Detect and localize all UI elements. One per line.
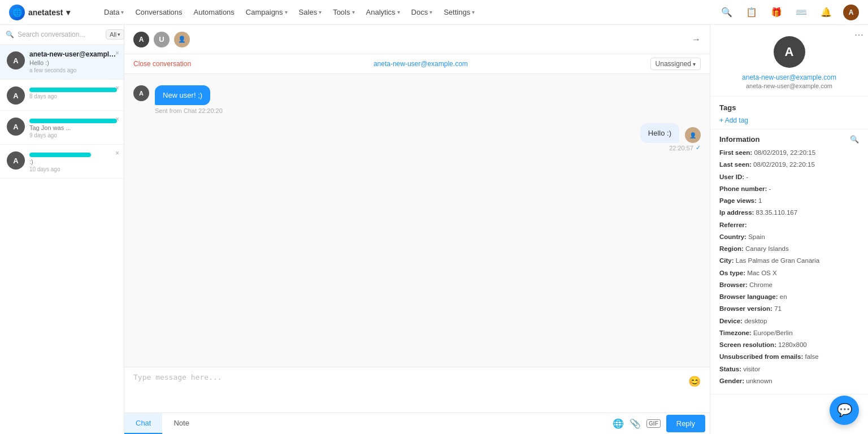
tags-title: Tags [710,97,868,114]
nav-actions: 🔍 📋 🎁 ⌨️ 🔔 A [719,5,859,20]
avatar: A [7,51,25,70]
sidebar-search-bar: 🔍 All ▾ [0,25,124,45]
message-input[interactable] [133,373,684,407]
message-bubble: New user! ;) [155,85,210,105]
info-attribute-row: Unsubscribed from emails: false [719,352,859,362]
conversation-email: aneta-new-user@example.com [374,60,468,68]
contact-sub-email: aneta-new-user@example.com [746,83,832,89]
close-icon[interactable]: × [115,49,119,57]
contact-header: A aneta-new-user@example.com aneta-new-u… [710,25,868,97]
chat-header-avatars: A U 👤 [133,32,190,47]
nav-sales[interactable]: Sales ▾ [299,8,322,16]
search-icon: 🔍 [6,31,14,38]
conv-time: 8 days ago [29,93,117,99]
conversation-item[interactable]: A 8 days ago × [0,80,124,111]
chat-header: A U 👤 → [124,25,710,54]
info-attribute-row: First seen: 08/02/2019, 22:20:15 [719,148,859,158]
info-attribute-row: Browser version: 71 [719,304,859,314]
conversation-item[interactable]: A Tag Jon was ... 9 days ago × [0,111,124,145]
info-attribute-row: Os type: Mac OS X [719,268,859,278]
info-attribute-row: Device: desktop [719,316,859,326]
logo-icon: 🌐 [9,5,25,20]
right-panel: ⋯ A aneta-new-user@example.com aneta-new… [710,25,868,434]
conv-name: aneta-new-user@example.com [29,50,117,58]
forward-icon[interactable]: → [692,34,701,45]
nav-tools[interactable]: Tools ▾ [333,8,354,16]
nav-conversations[interactable]: Conversations [135,8,182,16]
conv-preview: Hello :) [29,59,117,66]
app-logo[interactable]: 🌐 anetatest ▾ [9,5,88,20]
chevron-down-icon: ▾ [397,9,400,15]
info-title: Information [719,135,760,144]
nav-data[interactable]: Data ▾ [104,8,124,16]
avatar: 👤 [174,32,190,47]
info-section: Information 🔍 First seen: 08/02/2019, 22… [710,129,868,394]
nav-automations[interactable]: Automations [194,8,235,16]
conversation-item[interactable]: A :) 10 days ago × [0,145,124,179]
close-icon[interactable]: × [115,115,119,123]
toolbar-icons: 🌐 📎 GIF [613,418,661,429]
info-attribute-row: Phone number: - [719,184,859,194]
chat-widget-button[interactable]: 💬 [830,396,859,425]
tab-chat[interactable]: Chat [124,413,162,434]
reply-button[interactable]: Reply [666,415,705,432]
add-tag-button[interactable]: + Add tag [710,114,868,129]
chat-footer: Chat Note 🌐 📎 GIF Reply [124,413,710,434]
user-avatar[interactable]: A [843,5,859,20]
conv-time: 9 days ago [29,132,117,138]
emoji-icon[interactable]: 😊 [688,375,701,388]
conv-content: aneta-new-user@example.com Hello :) a fe… [29,50,117,73]
close-icon[interactable]: × [115,84,119,92]
chevron-down-icon: ▾ [472,9,475,15]
gift-icon[interactable]: 🎁 [769,5,784,20]
search-input[interactable] [18,31,102,38]
nav-settings[interactable]: Settings ▾ [444,8,475,16]
conv-preview-bar [29,88,117,92]
info-attribute-row: Status: visitor [719,364,859,374]
filter-dropdown[interactable]: All ▾ [106,29,124,40]
conv-content: Tag Jon was ... 9 days ago [29,116,117,138]
message-timestamp: 22:20:57 ✓ [133,144,701,151]
nav-docs[interactable]: Docs ▾ [411,8,433,16]
sidebar: 🔍 All ▾ A aneta-new-user@example.com Hel… [0,25,124,434]
tab-note[interactable]: Note [162,413,200,434]
chat-sub-header: Close conversation aneta-new-user@exampl… [124,54,710,74]
info-attribute-row: Last seen: 08/02/2019, 22:20:15 [719,160,859,170]
gif-button[interactable]: GIF [646,419,661,428]
message-input-area: 😊 [124,367,710,413]
conv-preview-bar [29,119,117,123]
close-icon[interactable]: × [115,149,119,157]
receiver-avatar: 👤 [685,127,701,143]
chevron-down-icon: ▾ [118,32,120,37]
conversation-item[interactable]: A aneta-new-user@example.com Hello :) a … [0,45,124,80]
avatar: A [7,86,25,105]
info-attribute-row: City: Las Palmas de Gran Canaria [719,256,859,266]
info-attribute-row: Ip address: 83.35.110.167 [719,208,859,218]
app-name: anetatest [28,8,63,17]
info-attribute-row: Timezone: Europe/Berlin [719,328,859,338]
avatar: A [7,118,25,136]
attachment-icon[interactable]: 📎 [630,418,641,429]
sender-avatar: A [133,85,149,101]
nav-analytics[interactable]: Analytics ▾ [366,8,400,16]
conv-content: :) 10 days ago [29,150,117,172]
search-icon[interactable]: 🔍 [719,5,735,20]
info-attribute-row: User ID: - [719,172,859,182]
close-conversation-button[interactable]: Close conversation [133,60,191,68]
avatar: A [133,32,149,47]
conv-time: a few seconds ago [29,67,117,73]
avatar: U [154,32,170,47]
more-options-icon[interactable]: ⋯ [854,29,863,40]
note-icon[interactable]: 📋 [744,5,760,20]
contact-email[interactable]: aneta-new-user@example.com [742,73,836,81]
notification-icon[interactable]: 🔔 [818,5,834,20]
messages-area: A New user! ;) Sent from Chat 22:20:20 H… [124,74,710,367]
keyboard-icon[interactable]: ⌨️ [793,5,809,20]
message-item: Hello :) 👤 22:20:57 ✓ [133,123,701,151]
nav-campaigns[interactable]: Campaigns ▾ [246,8,288,16]
app-chevron: ▾ [66,8,70,17]
search-icon[interactable]: 🔍 [850,135,859,144]
assign-dropdown[interactable]: Unassigned ▾ [650,58,701,70]
conv-preview-bar [29,153,91,157]
globe-icon[interactable]: 🌐 [613,418,624,429]
